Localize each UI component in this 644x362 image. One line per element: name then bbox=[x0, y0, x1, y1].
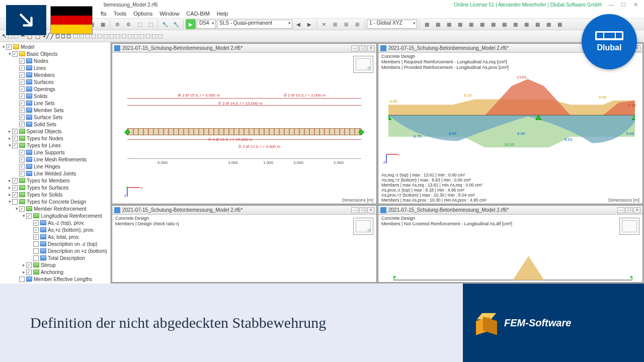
toolbar-button[interactable]: 🔧 bbox=[171, 19, 181, 29]
tree-item[interactable]: ✓Members bbox=[0, 71, 110, 78]
toolbar-button[interactable]: ⊞ bbox=[330, 19, 340, 29]
viewport-bottom-right[interactable]: 2021-07-15_Schulung-Betonbemessung_Model… bbox=[378, 205, 643, 283]
menu-item[interactable]: Tools bbox=[114, 11, 127, 17]
checkbox[interactable]: ✓ bbox=[33, 227, 39, 233]
tree-item[interactable]: ✓Surface Sets bbox=[0, 114, 110, 121]
toolbar-button[interactable]: ⬚ bbox=[97, 33, 102, 39]
tree-item[interactable]: ▸✓Special Objects bbox=[0, 128, 110, 135]
toolbar-button[interactable]: ▶ bbox=[186, 19, 196, 29]
checkbox[interactable] bbox=[33, 248, 39, 254]
tree-item[interactable]: ✓Line Mesh Refinements bbox=[0, 156, 110, 163]
close-button[interactable]: ✕ bbox=[630, 2, 641, 8]
view-cube-icon[interactable]: -Y bbox=[353, 56, 373, 73]
checkbox[interactable]: ✓ bbox=[26, 269, 32, 275]
tree-item[interactable]: ✓Member Sets bbox=[0, 107, 110, 114]
toolbar-button[interactable]: ⬚ bbox=[115, 33, 120, 39]
view-cube-icon[interactable]: -Y bbox=[353, 218, 373, 235]
expand-icon[interactable]: ▸ bbox=[7, 129, 12, 134]
checkbox[interactable]: ✓ bbox=[33, 234, 39, 240]
toolbar-button[interactable]: ▦ bbox=[532, 19, 542, 29]
tree-item[interactable]: Description on -z (top) bbox=[0, 240, 110, 247]
toolbar-button[interactable]: ▦ bbox=[521, 19, 531, 29]
menu-item[interactable]: Window bbox=[159, 11, 179, 17]
tree-item[interactable]: ✓As,-z (top), prov. bbox=[0, 219, 110, 226]
vp-min-button[interactable]: — bbox=[351, 45, 358, 51]
checkbox[interactable]: ✓ bbox=[19, 171, 25, 176]
menu-item[interactable]: fts bbox=[101, 11, 107, 17]
tree-item[interactable]: ✓Solid Sets bbox=[0, 121, 110, 128]
tree-item[interactable]: ✓Nodes bbox=[0, 57, 110, 64]
tree-item[interactable]: ▸✓Types for Surfaces bbox=[0, 184, 110, 191]
toolbar-button[interactable]: ⬚ bbox=[121, 33, 126, 39]
tree-item[interactable]: ▾✓Longitudinal Reinforcement bbox=[0, 212, 110, 219]
toolbar-button[interactable]: ▦ bbox=[499, 19, 509, 29]
toolbar-button[interactable]: ⬚ bbox=[145, 33, 150, 39]
checkbox[interactable]: ✓ bbox=[12, 185, 18, 191]
checkbox[interactable]: ✓ bbox=[19, 101, 25, 106]
checkbox[interactable]: ✓ bbox=[19, 122, 25, 127]
checkbox[interactable]: ✓ bbox=[19, 72, 25, 78]
toolbar-button[interactable]: ⊞ bbox=[352, 19, 362, 29]
tree-item[interactable]: ▾Types for Concrete Design bbox=[0, 198, 110, 205]
tree-item[interactable]: ✓Lines bbox=[0, 64, 110, 71]
checkbox[interactable]: ✓ bbox=[19, 108, 25, 113]
toolbar-button[interactable]: ▦ bbox=[466, 19, 476, 29]
tree-item[interactable]: ✓Line Hinges bbox=[0, 163, 110, 170]
tree-item[interactable]: Total Description bbox=[0, 254, 110, 261]
checkbox[interactable]: ✓ bbox=[33, 220, 39, 226]
toolbar-button[interactable]: ◀ bbox=[293, 19, 303, 29]
expand-icon[interactable]: ▸ bbox=[21, 262, 26, 267]
expand-icon[interactable]: ▾ bbox=[21, 213, 26, 218]
checkbox[interactable]: ✓ bbox=[19, 65, 25, 71]
toolbar-button[interactable]: ⬚ bbox=[109, 33, 114, 39]
checkbox[interactable]: ✓ bbox=[12, 51, 18, 57]
toolbar-button[interactable]: ▦ bbox=[98, 19, 108, 29]
checkbox[interactable]: ✓ bbox=[19, 86, 25, 92]
menu-item[interactable]: Help bbox=[217, 11, 228, 17]
tree-item[interactable]: ▸✓Types for Solids bbox=[0, 191, 110, 198]
tree-item[interactable]: ✓As, total, prov. bbox=[0, 233, 110, 240]
toolbar-button[interactable]: ▦ bbox=[554, 19, 565, 29]
vp-max-button[interactable]: ☐ bbox=[359, 45, 366, 51]
tree-item[interactable]: ▾✓Member Reinforcement bbox=[0, 205, 110, 212]
toolbar-button[interactable]: ✕ bbox=[319, 19, 329, 29]
maximize-button[interactable]: ☐ bbox=[618, 2, 629, 8]
toolbar-button[interactable]: ▦ bbox=[488, 19, 498, 29]
combo-design-situation[interactable]: DS4 bbox=[197, 20, 216, 29]
toolbar-button[interactable]: ⬚ bbox=[157, 33, 163, 39]
vp-close-button[interactable]: ✕ bbox=[367, 207, 374, 213]
tree-item[interactable]: ✓Surfaces bbox=[0, 78, 110, 85]
view-cube-icon[interactable] bbox=[619, 218, 639, 235]
checkbox[interactable]: ✓ bbox=[19, 157, 25, 162]
vp-min-button[interactable]: — bbox=[351, 207, 358, 213]
toolbar-button[interactable]: ⬚ bbox=[133, 33, 138, 39]
toolbar-button[interactable]: ⬚ bbox=[127, 33, 132, 39]
checkbox[interactable] bbox=[12, 199, 18, 205]
expand-icon[interactable]: ▾ bbox=[14, 206, 19, 211]
tree-item[interactable]: ▸✓Anchoring bbox=[0, 268, 110, 276]
vp-min-button[interactable]: — bbox=[617, 207, 624, 213]
tree-item[interactable]: ▾✓Basic Objects bbox=[0, 50, 110, 57]
checkbox[interactable] bbox=[19, 277, 25, 282]
checkbox[interactable]: ✓ bbox=[19, 58, 25, 64]
toolbar-button[interactable]: ⬚ bbox=[103, 33, 108, 39]
expand-icon[interactable]: ▸ bbox=[21, 269, 26, 275]
expand-icon[interactable]: ▾ bbox=[7, 199, 12, 204]
toolbar-button[interactable]: ▦ bbox=[422, 19, 432, 29]
tree-item[interactable]: ✓Openings bbox=[0, 85, 110, 93]
checkbox[interactable]: ✓ bbox=[26, 262, 32, 268]
checkbox[interactable]: ✓ bbox=[19, 206, 25, 212]
toolbar-button[interactable]: ⬚ bbox=[134, 19, 144, 29]
toolbar-button[interactable]: ⚙ bbox=[112, 19, 122, 29]
tree-item[interactable]: ▸✓Types for Members bbox=[0, 177, 110, 184]
checkbox[interactable]: ✓ bbox=[19, 150, 25, 155]
checkbox[interactable]: ✓ bbox=[12, 136, 18, 141]
combo-coord-system[interactable]: 1 - Global XYZ bbox=[367, 20, 417, 29]
checkbox[interactable] bbox=[33, 255, 39, 261]
navigator-tree[interactable]: ▾✓Model▾✓Basic Objects✓Nodes✓Lines✓Membe… bbox=[0, 42, 111, 284]
expand-icon[interactable]: ▾ bbox=[7, 51, 12, 56]
toolbar-button[interactable]: ▦ bbox=[444, 19, 454, 29]
checkbox[interactable]: ✓ bbox=[12, 129, 18, 134]
toolbar-button[interactable]: ▦ bbox=[433, 19, 443, 29]
vp-close-button[interactable]: ✕ bbox=[367, 45, 374, 51]
